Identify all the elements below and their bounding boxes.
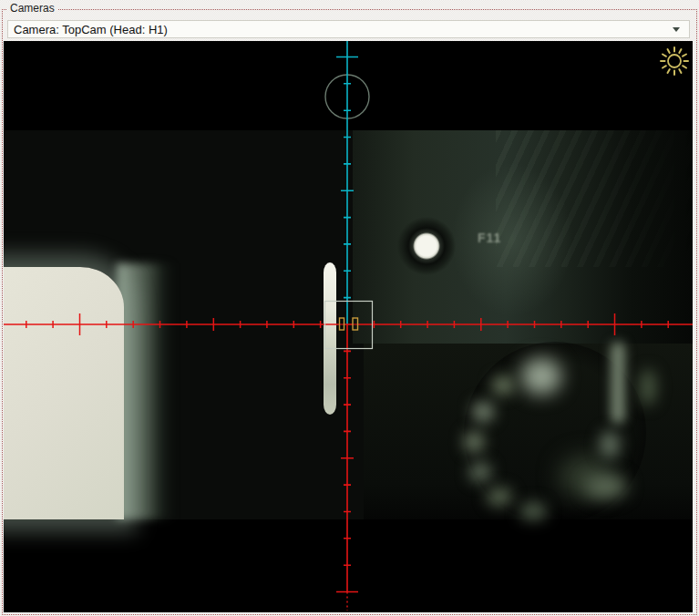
vertical-axis-upper <box>336 41 358 324</box>
vertical-axis-lower <box>336 324 358 592</box>
camera-select-value: Camera: TopCam (Head: H1) <box>8 23 673 36</box>
reticle-overlay <box>4 41 693 612</box>
camera-view[interactable]: F11 <box>4 41 693 612</box>
group-title: Cameras <box>6 2 58 15</box>
chevron-down-icon <box>673 27 680 32</box>
cameras-panel: Cameras Camera: TopCam (Head: H1) F11 <box>0 0 699 616</box>
feature-marker <box>353 318 358 330</box>
feature-marker <box>340 318 344 330</box>
horizontal-axis <box>4 313 693 335</box>
camera-select[interactable]: Camera: TopCam (Head: H1) <box>7 20 690 38</box>
sun-icon[interactable] <box>661 47 688 75</box>
